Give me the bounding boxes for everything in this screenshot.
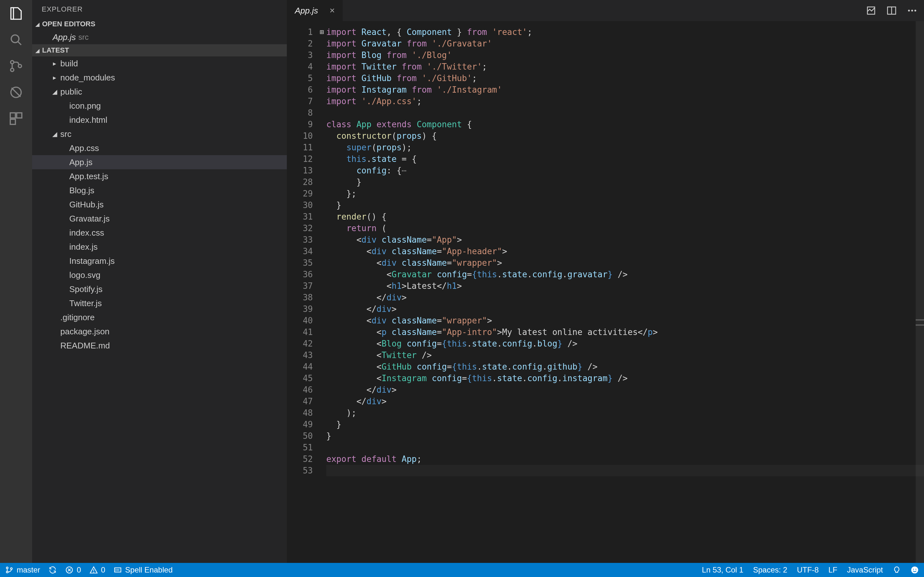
line-number: 29	[287, 188, 313, 199]
line-number: 7	[287, 95, 313, 107]
code-line: <div className="wrapper">	[326, 257, 924, 269]
line-number: 6	[287, 84, 313, 95]
folder-item[interactable]: ▸build	[32, 56, 287, 71]
fold-marker[interactable]: ⊞	[318, 26, 325, 38]
status-eol[interactable]: LF	[829, 566, 837, 574]
search-icon[interactable]	[8, 32, 24, 47]
code-line: return (	[326, 222, 924, 234]
file-item[interactable]: App.test.js	[32, 169, 287, 183]
line-number-gutter: 1234567891011121328293031323334353637383…	[287, 21, 318, 563]
code-line: </div>	[326, 292, 924, 303]
explorer-sidebar: EXPLORER ◢OPEN EDITORS App.jssrc ◢LATEST…	[32, 0, 287, 563]
status-errors[interactable]: 0	[65, 566, 81, 574]
code-line	[326, 107, 924, 119]
split-editor-icon[interactable]	[886, 5, 897, 16]
code-content[interactable]: import React, { Component } from 'react'…	[325, 21, 924, 563]
chevron-right-icon: ▸	[51, 60, 58, 67]
open-editors-header[interactable]: ◢OPEN EDITORS	[32, 18, 287, 30]
line-number: 31	[287, 211, 313, 222]
line-number: 11	[287, 142, 313, 153]
line-number: 38	[287, 292, 313, 303]
file-item[interactable]: .gitignore	[32, 310, 287, 324]
folder-item[interactable]: ◢public	[32, 85, 287, 99]
fold-column[interactable]: ⊞	[318, 21, 325, 563]
svg-point-29	[913, 569, 914, 570]
status-branch[interactable]: master	[5, 566, 40, 574]
line-number: 46	[287, 384, 313, 396]
code-line: <Instagram config={this.state.config.ins…	[326, 372, 924, 384]
status-spell[interactable]: Spell Enabled	[113, 566, 173, 574]
svg-point-2	[11, 61, 14, 64]
code-line: class App extends Component {	[326, 119, 924, 130]
file-item[interactable]: index.html	[32, 113, 287, 127]
code-line: import Twitter from './Twitter';	[326, 61, 924, 73]
code-line: <h1>Latest</h1>	[326, 280, 924, 292]
tab-bar: App.js ×	[287, 0, 924, 21]
code-line: };	[326, 188, 924, 199]
status-sync[interactable]	[48, 566, 57, 574]
status-position[interactable]: Ln 53, Col 1	[702, 566, 743, 574]
file-item[interactable]: index.js	[32, 240, 287, 254]
tab-app-js[interactable]: App.js ×	[287, 0, 343, 21]
more-icon[interactable]	[907, 5, 918, 16]
file-item[interactable]: package.json	[32, 324, 287, 338]
code-line: import Blog from './Blog'	[326, 49, 924, 61]
source-control-icon[interactable]	[8, 58, 24, 74]
line-number: 44	[287, 361, 313, 372]
status-encoding[interactable]: UTF-8	[797, 566, 819, 574]
file-item[interactable]: GitHub.js	[32, 197, 287, 211]
line-number: 34	[287, 245, 313, 257]
svg-point-4	[18, 64, 21, 68]
code-line: <Twitter />	[326, 350, 924, 361]
status-feedback-icon[interactable]	[893, 566, 901, 574]
svg-point-0	[11, 35, 19, 43]
svg-point-3	[11, 68, 14, 71]
file-item[interactable]: Spotify.js	[32, 282, 287, 296]
files-icon[interactable]	[8, 6, 24, 21]
line-number: 51	[287, 442, 313, 453]
chevron-right-icon: ▸	[51, 74, 58, 81]
code-line: <div className="wrapper">	[326, 315, 924, 326]
status-warnings[interactable]: 0	[89, 566, 105, 574]
file-item[interactable]: icon.png	[32, 99, 287, 113]
extensions-icon[interactable]	[8, 111, 24, 126]
file-item[interactable]: README.md	[32, 338, 287, 353]
file-item[interactable]: index.css	[32, 226, 287, 240]
close-icon[interactable]: ×	[330, 5, 334, 16]
file-item[interactable]: App.css	[32, 141, 287, 155]
svg-line-1	[18, 42, 21, 45]
code-line	[326, 442, 924, 453]
editor-scrollbar[interactable]	[916, 21, 924, 563]
status-smiley-icon[interactable]	[911, 566, 919, 574]
file-item[interactable]: Gravatar.js	[32, 211, 287, 226]
line-number: 8	[287, 107, 313, 119]
activity-bar	[0, 0, 32, 563]
folder-item[interactable]: ◢src	[32, 127, 287, 141]
code-line: }	[326, 176, 924, 188]
file-item[interactable]: Instagram.js	[32, 254, 287, 268]
open-editor-item[interactable]: App.jssrc	[32, 30, 287, 44]
compare-changes-icon[interactable]	[866, 5, 877, 16]
file-item[interactable]: Twitter.js	[32, 296, 287, 310]
line-number: 39	[287, 303, 313, 315]
status-spaces[interactable]: Spaces: 2	[753, 566, 787, 574]
status-language[interactable]: JavaScript	[847, 566, 883, 574]
line-number: 37	[287, 280, 313, 292]
code-line: <div className="App">	[326, 234, 924, 245]
file-item[interactable]: Blog.js	[32, 183, 287, 197]
code-area[interactable]: 1234567891011121328293031323334353637383…	[287, 21, 924, 563]
line-number: 1	[287, 26, 313, 38]
folder-item[interactable]: ▸node_modules	[32, 71, 287, 85]
project-header[interactable]: ◢LATEST	[32, 44, 287, 56]
code-line: <div className="App-header">	[326, 245, 924, 257]
code-line: </div>	[326, 303, 924, 315]
file-item[interactable]: logo.svg	[32, 268, 287, 282]
file-tree: ▸build▸node_modules◢publicicon.pngindex.…	[32, 56, 287, 353]
line-number: 45	[287, 372, 313, 384]
code-line: <p className="App-intro">My latest onlin…	[326, 326, 924, 338]
code-line: import GitHub from './GitHub';	[326, 73, 924, 84]
file-item[interactable]: App.js	[32, 155, 287, 169]
code-line: render() {	[326, 211, 924, 222]
debug-icon[interactable]	[8, 85, 24, 100]
code-line: </div>	[326, 384, 924, 396]
